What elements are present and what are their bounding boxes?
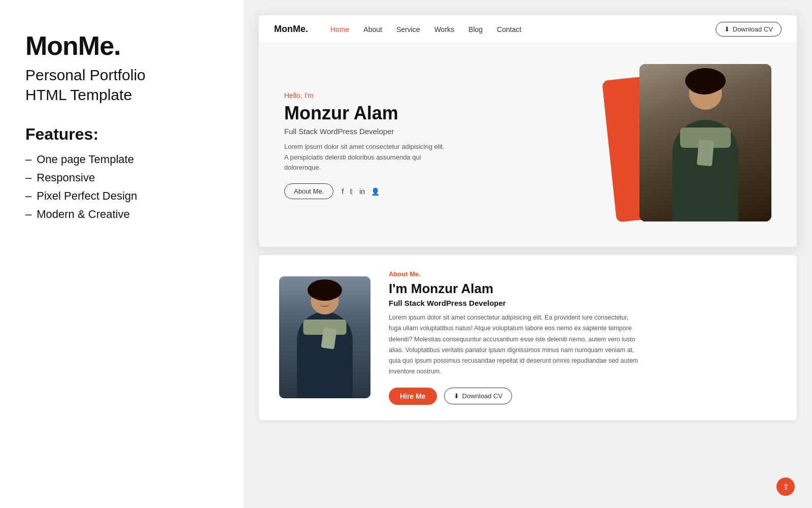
hello-text: Hello, I'm <box>284 91 447 100</box>
hero-photo <box>639 64 771 221</box>
brand-title: MonMe. <box>25 30 218 61</box>
nav-link-about[interactable]: About <box>363 25 382 34</box>
about-actions: Hire Me ⬇ Download CV <box>389 388 776 405</box>
navbar: MonMe. Home About Service Works Blog Con… <box>259 15 797 44</box>
nav-link-home[interactable]: Home <box>330 25 349 34</box>
nav-link-contact[interactable]: Contact <box>497 25 521 34</box>
about-name: I'm Monzur Alam <box>389 281 776 297</box>
nav-logo: MonMe. <box>274 24 308 35</box>
feature-item: Pixel Perfect Design <box>25 189 218 203</box>
hero-photo-person <box>639 64 771 221</box>
features-list: One page Template Responsive Pixel Perfe… <box>25 153 218 221</box>
about-photo <box>279 276 370 398</box>
hero-name: Monzur Alam <box>284 103 447 124</box>
hero-description: Lorem ipsum dolor sit amet consectetur a… <box>284 142 447 173</box>
about-me-button[interactable]: About Me. <box>284 183 333 199</box>
download-icon: ⬇ <box>724 25 730 33</box>
hero-actions: About Me. f 𝕥 in 👤 <box>284 183 447 199</box>
twitter-icon[interactable]: 𝕥 <box>350 187 353 196</box>
user-icon[interactable]: 👤 <box>371 187 380 196</box>
hero-job-title: Full Stack WordPress Developer <box>284 127 447 136</box>
browser-mockup: MonMe. Home About Service Works Blog Con… <box>259 15 797 247</box>
features-heading: Features: <box>25 125 218 144</box>
about-section: About Me. I'm Monzur Alam Full Stack Wor… <box>259 255 797 420</box>
download-cv-icon: ⬇ <box>454 392 459 400</box>
nav-link-service[interactable]: Service <box>396 25 420 34</box>
nav-download-cv-button[interactable]: ⬇ Download CV <box>716 22 782 37</box>
facebook-icon[interactable]: f <box>342 187 344 196</box>
hero-image-area <box>579 64 771 227</box>
about-label: About Me. <box>389 270 776 278</box>
feature-item: Responsive <box>25 171 218 184</box>
feature-item: Modern & Creative <box>25 208 218 221</box>
nav-link-works[interactable]: Works <box>434 25 454 34</box>
about-description: Lorem ipsum dolor sit amet consectetur a… <box>389 312 642 377</box>
left-panel: MonMe. Personal Portfolio HTML Template … <box>0 0 244 508</box>
brand-subtitle: Personal Portfolio HTML Template <box>25 65 218 105</box>
about-photo-inner <box>279 276 370 398</box>
scroll-top-button[interactable]: ⇧ <box>776 478 795 496</box>
feature-item: One page Template <box>25 153 218 166</box>
nav-link-blog[interactable]: Blog <box>468 25 483 34</box>
linkedin-icon[interactable]: in <box>359 187 365 196</box>
hero-content: Hello, I'm Monzur Alam Full Stack WordPr… <box>284 91 447 199</box>
nav-links: Home About Service Works Blog Contact <box>330 25 703 34</box>
right-panel: MonMe. Home About Service Works Blog Con… <box>244 0 812 508</box>
hero-section: Hello, I'm Monzur Alam Full Stack WordPr… <box>259 44 797 247</box>
about-content: About Me. I'm Monzur Alam Full Stack Wor… <box>389 270 776 405</box>
hire-me-button[interactable]: Hire Me <box>389 388 437 405</box>
social-icons: f 𝕥 in 👤 <box>342 187 380 196</box>
about-job-title: Full Stack WordPress Developer <box>389 299 776 307</box>
about-download-cv-button[interactable]: ⬇ Download CV <box>444 388 513 404</box>
